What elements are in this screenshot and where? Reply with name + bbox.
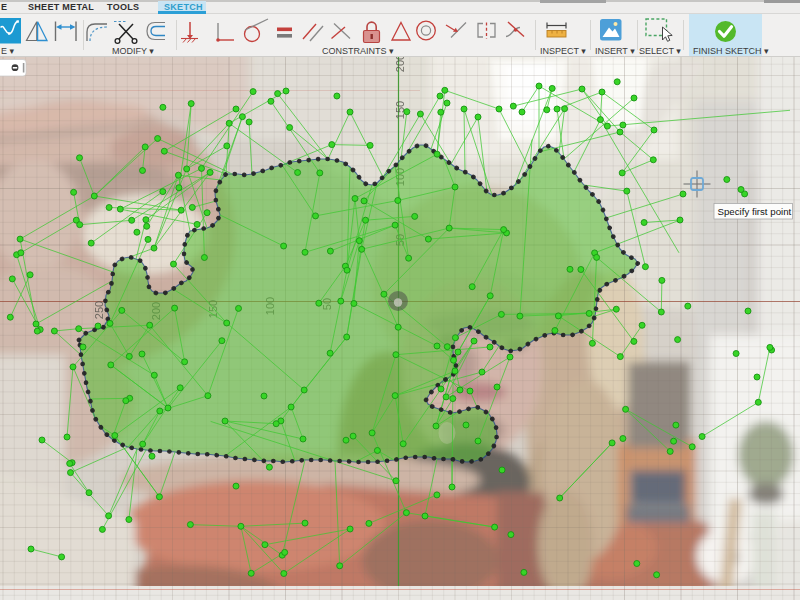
svg-text:250: 250 [93, 301, 105, 319]
svg-text:Specify first point: Specify first point [718, 206, 792, 217]
